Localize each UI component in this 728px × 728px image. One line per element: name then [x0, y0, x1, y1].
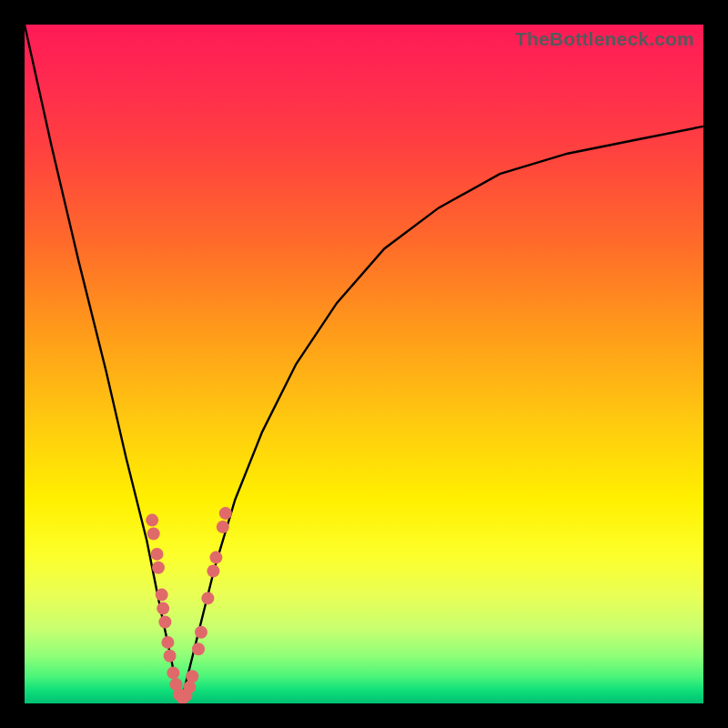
marker-dot	[186, 670, 198, 682]
marker-dot	[158, 616, 171, 629]
marker-dot	[192, 642, 205, 655]
marker-dot	[217, 521, 229, 533]
marker-dot	[157, 602, 169, 615]
marker-dot	[207, 565, 219, 578]
marker-dot	[146, 514, 158, 527]
marker-dot	[183, 681, 196, 693]
bottleneck-curve-path	[25, 25, 703, 703]
marker-dot	[219, 507, 232, 520]
marker-dot	[209, 551, 222, 564]
marker-dot	[167, 666, 179, 679]
curve-layer	[25, 25, 703, 703]
chart-frame: TheBottleneck.com	[0, 0, 728, 728]
marker-dot	[164, 650, 177, 662]
marker-dot	[151, 548, 164, 561]
marker-dot	[161, 636, 174, 649]
marker-dot	[201, 592, 214, 604]
plot-area: TheBottleneck.com	[25, 25, 703, 703]
marker-dot	[156, 589, 168, 602]
marker-dot	[152, 561, 165, 574]
marker-dot	[147, 528, 160, 541]
marker-dot	[195, 626, 207, 639]
marker-group	[146, 507, 232, 703]
